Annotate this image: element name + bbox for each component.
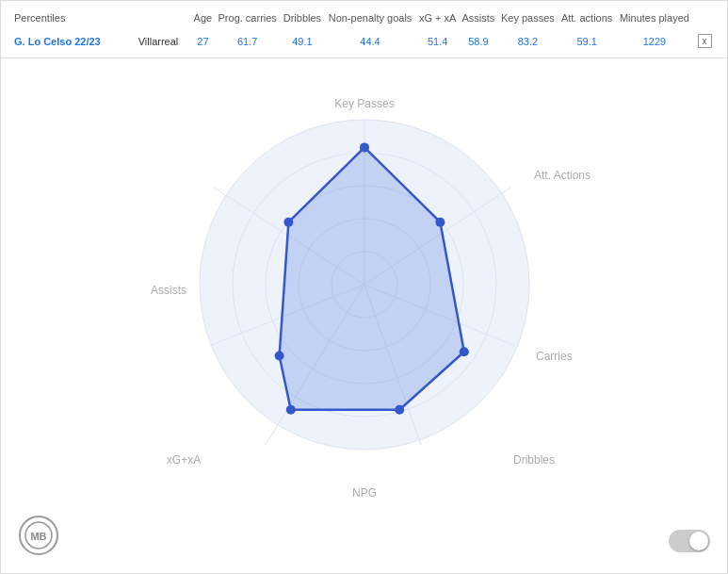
col-minutes-played: Minutes played: [616, 8, 693, 28]
point-carries: [459, 347, 468, 356]
col-team: [125, 8, 191, 28]
col-npg: Non-penalty goals: [324, 8, 416, 28]
col-percentiles: Percentiles: [12, 8, 125, 28]
col-close: [693, 8, 716, 28]
col-att-actions: Att. actions: [558, 8, 615, 28]
player-name: G. Lo Celso 22/23: [12, 28, 125, 54]
player-npg: 44.4: [324, 28, 416, 54]
col-dribbles: Dribbles: [281, 8, 325, 28]
close-button[interactable]: x: [698, 34, 712, 48]
player-assists: 58.9: [459, 28, 497, 54]
label-dribbles: Dribbles: [512, 453, 554, 467]
label-att-actions: Att. Actions: [534, 169, 590, 182]
label-key-passes: Key Passes: [334, 97, 394, 110]
point-npg: [285, 405, 295, 415]
table-section: Percentiles Age Prog. carries Dribbles N…: [1, 1, 727, 58]
label-xgxa: xG+xA: [166, 453, 200, 467]
col-key-passes: Key passes: [497, 8, 558, 28]
point-xgxa: [274, 352, 283, 361]
toggle-knob: [689, 532, 708, 550]
close-cell[interactable]: x: [693, 28, 716, 54]
player-minutes: 1229: [616, 28, 693, 54]
col-xgxa: xG + xA: [416, 8, 460, 28]
point-key-passes: [360, 143, 369, 153]
label-npg: NPG: [351, 486, 376, 500]
percentiles-table: Percentiles Age Prog. carries Dribbles N…: [12, 8, 716, 54]
col-assists: Assists: [459, 8, 497, 28]
player-prog-carries: 61.7: [215, 28, 281, 54]
player-team: Villarreal: [125, 28, 191, 54]
radar-chart: Key Passes Att. Actions Carries Dribbles…: [120, 68, 609, 501]
radar-section: Key Passes Att. Actions Carries Dribbles…: [1, 58, 727, 511]
radar-wrapper: Key Passes Att. Actions Carries Dribbles…: [120, 68, 609, 501]
player-xgxa: 51.4: [416, 28, 460, 54]
player-age: 27: [191, 28, 215, 54]
point-att-actions: [435, 218, 445, 227]
point-dribbles: [395, 405, 404, 415]
label-carries: Carries: [536, 350, 573, 363]
player-dribbles: 49.1: [281, 28, 325, 54]
player-row: G. Lo Celso 22/23 Villarreal 27 61.7 49.…: [12, 28, 716, 54]
player-key-passes: 83.2: [497, 28, 558, 54]
logo-svg: MB: [18, 515, 59, 556]
col-prog-carries: Prog. carries: [215, 8, 281, 28]
logo: MB: [18, 515, 59, 556]
label-assists: Assists: [150, 284, 186, 297]
toggle-switch[interactable]: [669, 530, 710, 552]
col-age: Age: [191, 8, 215, 28]
point-assists: [283, 218, 293, 227]
player-att-actions: 59.1: [558, 28, 615, 54]
logo-text: MB: [30, 531, 46, 542]
main-container: Percentiles Age Prog. carries Dribbles N…: [0, 0, 728, 574]
